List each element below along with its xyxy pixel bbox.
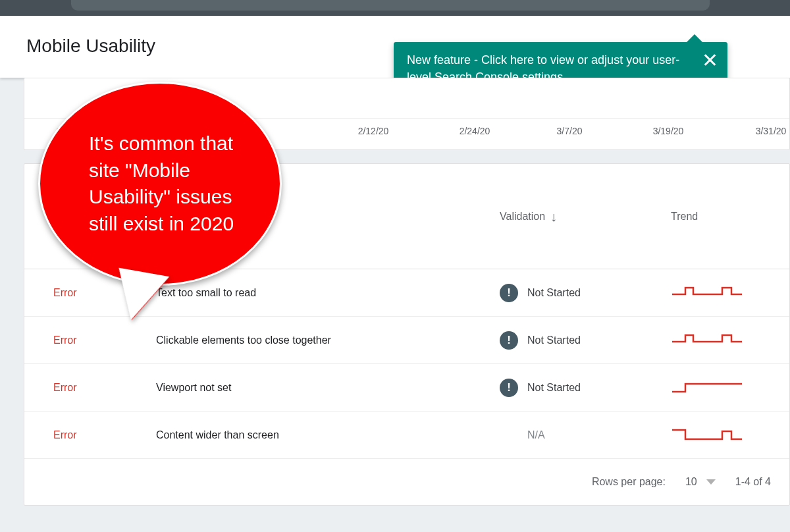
validation-cell: !Not Started — [500, 379, 671, 397]
status-cell: Error — [24, 429, 156, 441]
axis-tick: 3/19/20 — [653, 126, 684, 136]
pagination-range: 1-4 of 4 — [735, 476, 771, 488]
table-row[interactable]: ErrorViewport not set!Not Started — [24, 364, 789, 412]
trend-cell — [671, 330, 789, 351]
alert-icon: ! — [500, 284, 518, 302]
col-header-validation-label: Validation — [500, 211, 545, 223]
rows-per-page-value: 10 — [685, 476, 697, 488]
trend-cell — [671, 282, 789, 304]
sort-descending-icon: ↓ — [550, 209, 557, 225]
trend-sparkline-icon — [671, 425, 743, 443]
issue-type-cell: Viewport not set — [156, 382, 500, 394]
validation-cell: !Not Started — [500, 284, 671, 302]
table-header-row: Statu Validation ↓ Trend — [24, 164, 789, 269]
date-axis-card: 1/7 2/12/20 2/24/20 3/7/20 3/19/20 3/31/… — [24, 78, 790, 150]
trend-cell — [671, 425, 789, 446]
col-header-status[interactable]: Statu — [24, 211, 156, 223]
alert-icon: ! — [500, 331, 518, 350]
table-row[interactable]: ErrorContent wider than screenN/A — [24, 412, 789, 459]
validation-cell: N/A — [500, 429, 671, 441]
trend-sparkline-icon — [671, 377, 743, 396]
status-cell: Error — [24, 287, 156, 299]
axis-tick: 1/7 — [56, 126, 68, 136]
axis-tick: 3/31/20 — [756, 126, 787, 136]
trend-sparkline-icon — [671, 330, 743, 348]
close-icon[interactable] — [701, 51, 718, 68]
window-chrome — [0, 0, 790, 16]
issue-type-cell: Text too small to read — [156, 287, 500, 299]
rows-per-page-dropdown[interactable]: 10 — [685, 476, 716, 488]
table-pagination: Rows per page: 10 1-4 of 4 — [24, 459, 789, 505]
issue-type-cell: Content wider than screen — [156, 429, 500, 441]
trend-cell — [671, 377, 789, 398]
chevron-down-icon — [706, 479, 716, 485]
axis-tick: 2/24/20 — [460, 126, 490, 136]
validation-status: N/A — [500, 429, 545, 441]
issues-table: Statu Validation ↓ Trend ErrorText too s… — [24, 163, 790, 506]
status-cell: Error — [24, 382, 156, 394]
validation-status: Not Started — [527, 287, 581, 299]
axis-tick: 3/7/20 — [557, 126, 583, 136]
issue-type-cell: Clickable elements too close together — [156, 334, 500, 346]
validation-status: Not Started — [527, 382, 581, 394]
table-row[interactable]: ErrorText too small to read!Not Started — [24, 269, 789, 317]
validation-cell: !Not Started — [500, 331, 671, 350]
axis-tick: 2/12/20 — [358, 126, 389, 136]
col-header-trend[interactable]: Trend — [671, 211, 789, 223]
tab-strip — [71, 0, 710, 11]
status-cell: Error — [24, 334, 156, 346]
alert-icon: ! — [500, 379, 518, 397]
axis-line — [24, 119, 789, 119]
validation-status: Not Started — [527, 334, 581, 346]
rows-per-page-label: Rows per page: — [592, 476, 666, 488]
col-header-validation[interactable]: Validation ↓ — [500, 209, 671, 224]
trend-sparkline-icon — [671, 282, 743, 301]
table-row[interactable]: ErrorClickable elements too close togeth… — [24, 317, 789, 364]
